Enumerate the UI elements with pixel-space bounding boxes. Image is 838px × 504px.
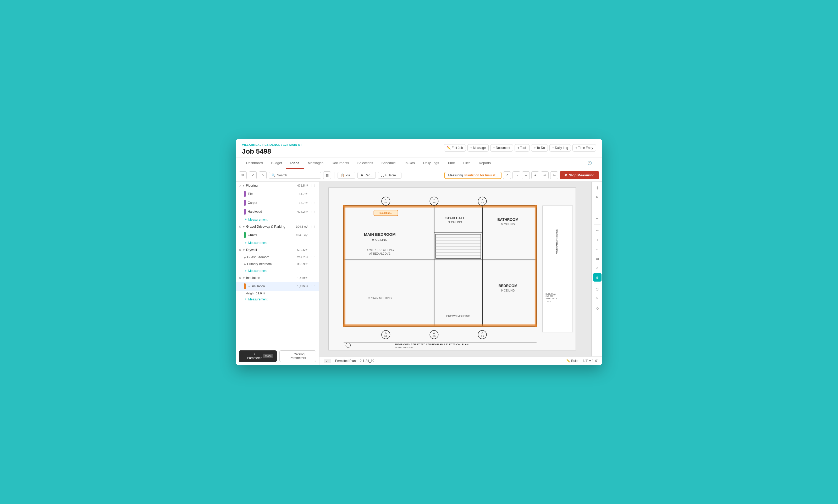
tile-color (244, 191, 246, 197)
daily-log-button[interactable]: + Daily Log (549, 144, 571, 151)
measuring-badge: Measuring Insulation for Insulat... (444, 172, 502, 179)
insulation-group-header[interactable]: ⚙ ▼ Insulation 1,419 ft² ⋮⋮ (236, 274, 319, 282)
tab-time[interactable]: Time (443, 158, 459, 169)
edit-job-button[interactable]: ✏️ Edit Job (444, 144, 466, 151)
svg-text:3.1: 3.1 (384, 335, 388, 337)
insulation-color (244, 283, 246, 289)
undo-button[interactable]: ↩ (541, 172, 548, 179)
svg-text:STAIR HALL: STAIR HALL (446, 216, 465, 220)
primary-bedroom-item[interactable]: ▶ Primary Bedroom 336.9 ft² ⋮⋮ (236, 260, 319, 267)
header: VILLARREAL RESIDENCE / 124 MAIN ST Job 5… (236, 139, 602, 158)
svg-text:AT BED ALCOVE: AT BED ALCOVE (369, 252, 390, 255)
snap-tool[interactable]: ⊕ (593, 273, 601, 282)
tab-plans[interactable]: Plans (286, 158, 304, 169)
measure-tool[interactable]: ↔ (593, 245, 601, 253)
edit-tool[interactable]: ✎ (593, 294, 601, 303)
tab-todos[interactable]: To-Dos (400, 158, 419, 169)
tile-name: Tile (248, 192, 299, 196)
zoom-in-rt[interactable]: + (593, 205, 601, 213)
flooring-name: Flooring (246, 184, 297, 187)
add-insulation-measurement[interactable]: ＋ Measurement (236, 296, 319, 303)
svg-text:AMERICAN FARMHOUSE: AMERICAN FARMHOUSE (556, 229, 558, 254)
flooring-group-header[interactable]: ↗ ▼ Flooring 475.5 ft² ⋮⋮ (236, 182, 319, 190)
history-tab[interactable]: 🕐 (583, 158, 596, 169)
plan-area[interactable]: MAIN BEDROOM 9' CEILING LOWERED 7' CEILI… (319, 182, 602, 356)
stop-measuring-button[interactable]: ⊗ Stop Measuring (560, 171, 599, 179)
plan-icon: 📋 (341, 174, 344, 177)
add-flooring-icon: ＋ (244, 217, 247, 222)
search-input[interactable] (277, 174, 318, 177)
zoom-out-rt[interactable]: − (593, 214, 601, 223)
svg-text:A: A (433, 332, 435, 334)
carpet-color (244, 200, 246, 206)
circle-tool[interactable]: ○ (593, 264, 601, 272)
svg-text:SHEET TITLE: SHEET TITLE (545, 298, 557, 299)
version-badge: v1 (324, 359, 331, 363)
diamond-tool[interactable]: ◇ (593, 304, 601, 312)
plus-button[interactable]: ＋ (531, 172, 539, 179)
add-gravel-measurement[interactable]: ＋ Measurement (236, 239, 319, 246)
drywall-chevron: ▼ (243, 249, 245, 251)
tab-schedule[interactable]: Schedule (377, 158, 400, 169)
gravel-group-header[interactable]: ⚙ ▼ Gravel Driveway & Parking 104.5 cy³ … (236, 223, 319, 231)
tab-messages[interactable]: Messages (304, 158, 328, 169)
redo-button[interactable]: ↪ (550, 172, 558, 179)
breadcrumb: VILLARREAL RESIDENCE / 124 MAIN ST (242, 143, 302, 146)
task-button[interactable]: + Task (514, 144, 529, 151)
rec-button[interactable]: ⏺ Rec... (357, 172, 376, 179)
catalog-parameters-button[interactable]: + Catalog Parameters (279, 350, 316, 362)
todo-button[interactable]: + To-Do (531, 144, 548, 151)
ruler-button[interactable]: 📏 Ruler (566, 359, 579, 363)
svg-rect-9 (343, 205, 345, 327)
primary-bedroom-value: 336.9 ft² (297, 263, 308, 266)
cursor-tool[interactable]: ↖ (593, 193, 601, 201)
expand-icon: ⤡ (262, 174, 264, 177)
tile-item[interactable]: Tile 14.7 ft² ⋮⋮ (236, 190, 319, 198)
tab-files[interactable]: Files (459, 158, 474, 169)
status-bar: v1 Permitted Plans 12-1-24_10 📏 Ruler 1/… (319, 356, 602, 365)
insulation-item[interactable]: ▼ Insulation 1,419 ft² ⋮⋮ (236, 282, 319, 291)
minus-button[interactable]: － (522, 172, 530, 179)
crosshair-tool[interactable]: ✛ (593, 184, 601, 192)
guest-bedroom-item[interactable]: ▶ Guest Bedroom 262.7 ft² ⋮⋮ (236, 254, 319, 260)
minimize-button[interactable]: ⤢ (249, 172, 257, 179)
tab-selections[interactable]: Selections (353, 158, 377, 169)
toolbar-divider-1 (334, 172, 334, 178)
pencil-tool[interactable]: ✏ (593, 226, 601, 234)
tab-dashboard[interactable]: Dashboard (242, 158, 267, 169)
document-button[interactable]: + Document (490, 144, 513, 151)
time-entry-button[interactable]: + Time Entry (573, 144, 596, 151)
tab-reports[interactable]: Reports (474, 158, 495, 169)
tab-documents[interactable]: Documents (328, 158, 353, 169)
drywall-icon: ⚙ (239, 248, 242, 252)
layers-button[interactable]: ▦ (323, 172, 331, 179)
guest-drag: ⋮⋮ (310, 256, 316, 259)
eye-button[interactable]: 👁 (239, 172, 247, 179)
clock-tool[interactable]: ⏱ (593, 285, 601, 293)
svg-text:SCALE: 1/4" = 1'-0": SCALE: 1/4" = 1'-0" (395, 346, 413, 349)
text-tool[interactable]: T (593, 235, 601, 244)
drywall-drag-icon: ⋮⋮ (310, 248, 316, 252)
gravel-item[interactable]: Gravel 104.5 cy³ ⋮⋮ (236, 231, 319, 239)
add-flooring-measurement[interactable]: ＋ Measurement (236, 216, 319, 223)
tab-daily-logs[interactable]: Daily Logs (419, 158, 443, 169)
svg-text:3.1: 3.1 (384, 201, 388, 204)
hardwood-item[interactable]: Hardwood 424.2 ft² ⋮⋮ (236, 207, 319, 216)
fullscreen-button[interactable]: ⛶ Fullscre... (378, 172, 401, 179)
plan-view-button[interactable]: 📋 Pla... (337, 172, 355, 179)
parameter-button[interactable]: ＋ + Parameter space (239, 350, 277, 362)
carpet-item[interactable]: Carpet 36.7 ft² ⋮⋮ (236, 198, 319, 207)
expand-button[interactable]: ⤡ (259, 172, 266, 179)
message-button[interactable]: + Message (468, 144, 489, 151)
square-tool-button[interactable]: ▭ (512, 172, 520, 179)
add-drywall-measurement[interactable]: ＋ Measurement (236, 267, 319, 274)
scale-text: 1/4" = 1'-0" (583, 359, 598, 363)
tab-budget[interactable]: Budget (267, 158, 286, 169)
insulation-chevron: ▼ (243, 276, 245, 280)
rect-tool[interactable]: ▭ (593, 254, 601, 263)
arrow-tool-button[interactable]: ↗ (503, 172, 511, 179)
header-actions: ✏️ Edit Job + Message + Document + Task … (444, 143, 596, 151)
nav-tabs: Dashboard Budget Plans Messages Document… (236, 158, 602, 169)
minus-icon: － (524, 173, 528, 178)
drywall-group-header[interactable]: ⚙ ▼ Drywall 599.6 ft² ⋮⋮ (236, 246, 319, 254)
